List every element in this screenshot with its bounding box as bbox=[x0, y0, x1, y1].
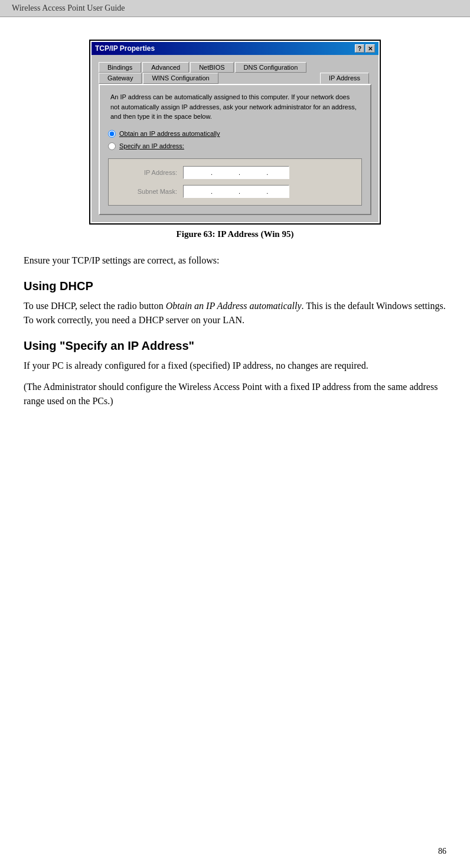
tab-bindings[interactable]: Bindings bbox=[99, 62, 141, 73]
tab-advanced[interactable]: Advanced bbox=[142, 62, 189, 73]
fields-panel: IP Address: . . . bbox=[108, 158, 362, 206]
subnet-octet-1[interactable] bbox=[186, 188, 210, 195]
ip-address-row: IP Address: . . . bbox=[118, 166, 352, 179]
radio-item-auto: Obtain an IP address automatically bbox=[108, 130, 362, 138]
ip-dot-3: . bbox=[265, 169, 269, 176]
tab-wins-configuration[interactable]: WINS Configuration bbox=[143, 73, 218, 84]
subnet-dot-2: . bbox=[237, 188, 241, 195]
subnet-octet-4[interactable] bbox=[269, 188, 293, 195]
radio-specify-label: Specify an IP address: bbox=[119, 142, 184, 149]
ip-octet-1[interactable] bbox=[186, 169, 210, 176]
dialog-description: An IP address can be automatically assig… bbox=[108, 92, 362, 122]
intro-paragraph: Ensure your TCP/IP settings are correct,… bbox=[24, 253, 446, 268]
tab-row-1: Bindings Advanced NetBIOS DNS Configurat… bbox=[96, 60, 374, 73]
section1-heading: Using DHCP bbox=[24, 279, 446, 293]
page-header: Wireless Access Point User Guide bbox=[0, 0, 470, 17]
radio-auto[interactable] bbox=[108, 130, 116, 138]
tab-content: An IP address can be automatically assig… bbox=[99, 84, 371, 215]
close-button[interactable]: ✕ bbox=[365, 44, 375, 53]
page-number: 86 bbox=[438, 847, 446, 856]
radio-item-specify: Specify an IP address: bbox=[108, 142, 362, 150]
subnet-dot-3: . bbox=[265, 188, 269, 195]
tab-netbios[interactable]: NetBIOS bbox=[190, 62, 233, 73]
subnet-mask-label: Subnet Mask: bbox=[118, 188, 177, 195]
section2-heading: Using "Specify an IP Address" bbox=[24, 339, 446, 353]
tab-ip-address[interactable]: IP Address bbox=[320, 73, 369, 84]
ip-octet-2[interactable] bbox=[214, 169, 237, 176]
ip-address-input[interactable]: . . . bbox=[183, 166, 289, 179]
ip-dot-1: . bbox=[210, 169, 214, 176]
dialog-titlebar: TCP/IP Properties ? ✕ bbox=[92, 42, 378, 55]
titlebar-buttons: ? ✕ bbox=[355, 44, 375, 53]
figure-caption: Figure 63: IP Address (Win 95) bbox=[177, 229, 294, 239]
subnet-dot-1: . bbox=[210, 188, 214, 195]
ip-dot-2: . bbox=[237, 169, 241, 176]
page-content: TCP/IP Properties ? ✕ Bindings Advan bbox=[0, 17, 470, 439]
subnet-mask-row: Subnet Mask: . . . bbox=[118, 185, 352, 198]
ip-octet-4[interactable] bbox=[269, 169, 293, 176]
dialog-title: TCP/IP Properties bbox=[95, 44, 155, 53]
dialog-body: Bindings Advanced NetBIOS DNS Configurat… bbox=[92, 55, 378, 222]
ip-address-label: IP Address: bbox=[118, 169, 177, 176]
radio-auto-label: Obtain an IP address automatically bbox=[119, 130, 220, 137]
subnet-octet-3[interactable] bbox=[241, 188, 265, 195]
tab-row-2: Gateway WINS Configuration IP Address bbox=[96, 73, 374, 84]
section2-para1: If your PC is already configured for a f… bbox=[24, 359, 446, 373]
section1-text: To use DHCP, select the radio button Obt… bbox=[24, 299, 446, 327]
help-button[interactable]: ? bbox=[355, 44, 364, 53]
header-title: Wireless Access Point User Guide bbox=[12, 4, 125, 12]
radio-specify[interactable] bbox=[108, 142, 116, 150]
win95-dialog: TCP/IP Properties ? ✕ Bindings Advan bbox=[90, 41, 380, 223]
figure-container: TCP/IP Properties ? ✕ Bindings Advan bbox=[24, 41, 446, 239]
radio-group: Obtain an IP address automatically Speci… bbox=[108, 130, 362, 150]
ip-octet-3[interactable] bbox=[241, 169, 265, 176]
section2-para2: (The Administrator should configure the … bbox=[24, 380, 446, 408]
tab-gateway[interactable]: Gateway bbox=[99, 73, 142, 84]
subnet-mask-input[interactable]: . . . bbox=[183, 185, 289, 198]
subnet-octet-2[interactable] bbox=[214, 188, 237, 195]
radio-emphasis: Obtain an IP Address automatically bbox=[166, 301, 302, 311]
tab-dns-configuration[interactable]: DNS Configuration bbox=[235, 62, 307, 73]
